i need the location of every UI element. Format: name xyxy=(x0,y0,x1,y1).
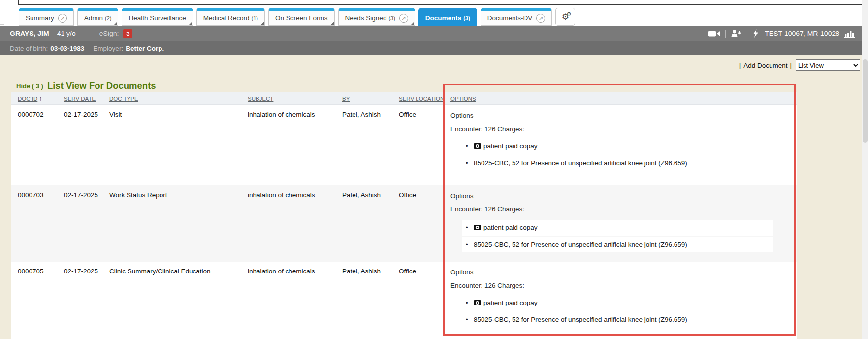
column-header-by[interactable]: BY xyxy=(336,96,392,102)
list-item: 85025-CBC, 52 for Presence of unspecifie… xyxy=(462,237,773,252)
tab-label: Documents-DV xyxy=(487,14,533,22)
tab-count: (3) xyxy=(463,15,470,21)
divider: | xyxy=(790,62,792,69)
tab-label: Admin xyxy=(84,14,103,22)
options-list: patient paid copay 85025-CBC, 52 for Pre… xyxy=(450,142,773,167)
column-header-serv-date[interactable]: SERV DATE xyxy=(58,96,103,102)
column-header-subject[interactable]: SUBJECT xyxy=(241,96,336,102)
divider xyxy=(725,30,726,38)
patient-age: 41 y/o xyxy=(57,30,76,37)
cell-subject: inhalation of chemicals xyxy=(241,105,336,118)
tab-on-screen-forms[interactable]: On Screen Forms xyxy=(268,8,335,26)
patient-name: GRAYS, JIM xyxy=(10,30,49,37)
cell-by: Patel, Ashish xyxy=(336,185,392,199)
add-document-link[interactable]: Add Document xyxy=(743,62,787,69)
cell-doc-id: 0000705 xyxy=(11,262,58,275)
tab-label: Needs Signed xyxy=(345,14,387,22)
tab-label: Health Surveillance xyxy=(129,14,186,22)
options-title: Options xyxy=(450,269,797,276)
tab-count: (3) xyxy=(388,15,395,21)
list-item: patient paid copay xyxy=(462,142,773,150)
collapsed-panel-handle[interactable] xyxy=(0,6,4,25)
cell-by: Patel, Ashish xyxy=(336,262,392,275)
cell-subject: inhalation of chemicals xyxy=(241,185,336,199)
cell-by: Patel, Ashish xyxy=(336,105,392,118)
employer-label: Employer: xyxy=(93,45,123,52)
table-header-row: DOC ID↑ SERV DATE DOC TYPE SUBJECT BY SE… xyxy=(11,92,797,105)
cell-serv-location: Office xyxy=(392,105,444,118)
gear-icon: ⚙ xyxy=(566,11,571,17)
popout-icon[interactable]: ↗ xyxy=(58,14,67,23)
list-item: 85025-CBC, 52 for Presence of unspecifie… xyxy=(462,159,773,167)
esign-label: eSign: xyxy=(99,30,119,37)
options-title: Options xyxy=(450,112,797,119)
options-list: patient paid copay 85025-CBC, 52 for Pre… xyxy=(450,220,773,252)
tab-count: (1) xyxy=(252,15,258,21)
tab-admin[interactable]: Admin (2) xyxy=(77,8,119,26)
popout-icon[interactable]: ↗ xyxy=(399,14,408,23)
options-encounter: Encounter: 126 Charges: xyxy=(450,205,797,213)
cell-doc-type: Visit xyxy=(103,105,241,118)
cell-serv-date: 02-17-2025 xyxy=(58,262,103,275)
document-toolbar: | Add Document | List View xyxy=(737,59,860,71)
tab-medical-record[interactable]: Medical Record (1) xyxy=(196,8,265,26)
tab-bar: Summary ↗ Admin (2) Health Surveillance … xyxy=(19,5,575,26)
patient-ids: TEST-10067, MR-10028 xyxy=(765,30,839,37)
video-camera-icon[interactable] xyxy=(708,30,720,37)
cell-doc-type: Work Status Report xyxy=(103,185,241,199)
cell-serv-location: Office xyxy=(392,262,444,275)
view-mode-select[interactable]: List View xyxy=(796,59,860,71)
lightning-icon[interactable] xyxy=(753,29,759,38)
page-title: List View For Documents xyxy=(47,80,156,91)
vertical-scrollbar[interactable] xyxy=(862,0,868,339)
scrollbar-thumb[interactable] xyxy=(863,59,868,143)
popout-icon[interactable]: ↗ xyxy=(536,14,545,23)
tab-count: (2) xyxy=(105,15,111,21)
employer-value: Better Corp. xyxy=(126,45,164,52)
tab-health-surveillance[interactable]: Health Surveillance xyxy=(122,8,193,26)
patient-header-bar: GRAYS, JIM 41 y/o eSign: 3 TEST-10067, M… xyxy=(0,26,862,41)
fieldset-rule xyxy=(161,86,797,86)
tab-label: Documents xyxy=(425,14,462,22)
cell-options: Options Encounter: 126 Charges: patient … xyxy=(444,185,797,254)
cell-options: Options Encounter: 126 Charges: patient … xyxy=(444,105,797,175)
esign-count-badge[interactable]: 3 xyxy=(123,29,132,38)
options-title: Options xyxy=(450,192,797,200)
sort-ascending-icon: ↑ xyxy=(39,95,42,102)
column-header-options[interactable]: OPTIONS xyxy=(444,96,797,102)
list-view-legend: Hide ( 3 ) List View For Documents xyxy=(14,80,797,91)
documents-table: DOC ID↑ SERV DATE DOC TYPE SUBJECT BY SE… xyxy=(11,92,797,339)
tab-summary[interactable]: Summary ↗ xyxy=(19,8,74,26)
tab-needs-signed[interactable]: Needs Signed (3) ↗ xyxy=(338,8,415,26)
cell-doc-id: 0000702 xyxy=(11,105,58,118)
options-encounter: Encounter: 126 Charges: xyxy=(450,282,797,289)
fieldset-tick xyxy=(14,83,14,89)
column-header-doc-type[interactable]: DOC TYPE xyxy=(103,96,241,102)
money-icon xyxy=(474,143,481,150)
tab-settings-button[interactable]: ⚙ ⚙ xyxy=(555,8,575,26)
divider: | xyxy=(739,62,741,69)
cell-doc-type: Clinic Summary/Clinical Education xyxy=(103,262,241,275)
options-encounter: Encounter: 126 Charges: xyxy=(450,125,797,133)
table-row[interactable]: 0000702 02-17-2025 Visit inhalation of c… xyxy=(11,105,797,185)
table-row[interactable]: 0000705 02-17-2025 Clinic Summary/Clinic… xyxy=(11,262,797,339)
table-row[interactable]: 0000703 02-17-2025 Work Status Report in… xyxy=(11,185,797,262)
tab-documents[interactable]: Documents (3) xyxy=(418,8,477,26)
column-header-doc-id[interactable]: DOC ID↑ xyxy=(11,95,58,102)
patient-subheader-bar: Date of birth: 03-03-1983 Employer: Bett… xyxy=(0,41,862,55)
tab-label: Medical Record xyxy=(203,14,250,22)
cell-doc-id: 0000703 xyxy=(11,185,58,199)
divider xyxy=(747,30,747,38)
tab-label: On Screen Forms xyxy=(275,14,328,22)
hide-link[interactable]: Hide ( 3 ) xyxy=(16,82,43,90)
column-header-serv-location[interactable]: SERV LOCATION xyxy=(392,96,444,102)
bar-chart-icon[interactable] xyxy=(844,30,855,38)
dob-label: Date of birth: xyxy=(10,45,48,52)
add-user-icon[interactable] xyxy=(731,30,741,37)
list-item: patient paid copay xyxy=(462,299,773,307)
cell-serv-date: 02-17-2025 xyxy=(58,185,103,199)
tab-label: Summary xyxy=(26,14,54,22)
tab-documents-dv[interactable]: Documents-DV ↗ xyxy=(481,8,552,26)
cell-serv-location: Office xyxy=(392,185,444,199)
money-icon xyxy=(474,300,481,307)
